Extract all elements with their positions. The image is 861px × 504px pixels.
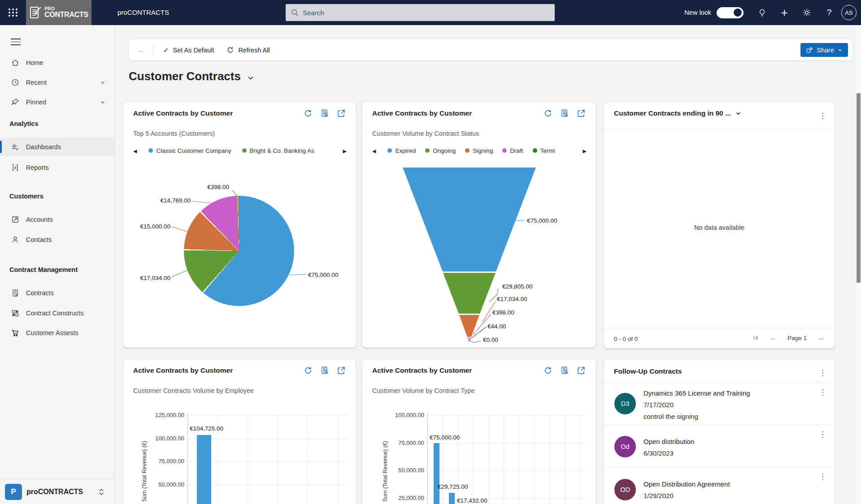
- expand-popout-icon[interactable]: [577, 366, 586, 375]
- sidebar-item-label: Reports: [26, 164, 49, 171]
- dashboard-selector-chevron[interactable]: [247, 72, 254, 82]
- global-search[interactable]: [286, 4, 555, 21]
- funnel-chart[interactable]: [362, 102, 596, 348]
- refresh-icon[interactable]: [304, 109, 313, 118]
- sidebar-item-contracts[interactable]: Contracts: [0, 284, 114, 302]
- sidebar-item-dashboards[interactable]: Dashboards: [0, 138, 114, 156]
- sidebar-item-recent[interactable]: Recent: [0, 73, 114, 91]
- app-logo[interactable]: PRO CONTRACTS: [26, 0, 91, 25]
- logo-text-bottom: CONTRACTS: [44, 11, 88, 18]
- pie-label: €398.00: [207, 184, 229, 190]
- chart-legend: Classic Customer Company Bright & Co. Ba…: [133, 146, 347, 155]
- pie-chart[interactable]: [184, 196, 294, 306]
- scrollbar-thumb[interactable]: [857, 93, 861, 283]
- logo-text: PRO CONTRACTS: [44, 7, 88, 18]
- new-look-toggle[interactable]: [717, 7, 744, 18]
- record-note: control the signing: [644, 413, 698, 420]
- expand-popout-icon[interactable]: [337, 366, 346, 375]
- expand-popout-icon[interactable]: [337, 109, 346, 118]
- sidebar-item-label: Contract Constructs: [26, 310, 83, 317]
- sidebar-item-customer-assests[interactable]: Customer Assests: [0, 324, 114, 342]
- legend-next-icon[interactable]: [343, 147, 347, 154]
- set-as-default-button[interactable]: Set As Default: [157, 42, 220, 58]
- help-icon[interactable]: [818, 0, 840, 25]
- home-icon: [11, 58, 20, 67]
- reports-icon: [11, 163, 20, 172]
- y-tick: 25,000.00: [377, 495, 424, 501]
- more-options-kebab-icon[interactable]: [819, 368, 826, 378]
- org-badge: P: [5, 484, 22, 500]
- contract-pencil-logo-icon: [29, 5, 42, 20]
- sidebar-item-accounts[interactable]: Accounts: [0, 211, 114, 228]
- refresh-icon[interactable]: [544, 366, 552, 375]
- sidebar-item-label: Recent: [26, 79, 47, 86]
- legend-prev-icon[interactable]: [133, 147, 137, 154]
- sidebar-item-label: Contracts: [26, 289, 54, 297]
- chevron-down-icon[interactable]: [100, 99, 105, 105]
- share-button[interactable]: Share: [800, 43, 848, 57]
- new-record-plus-icon[interactable]: [773, 0, 796, 25]
- followup-item[interactable]: D3 Dynamics 365 License and Training 7/1…: [604, 383, 835, 425]
- more-options-kebab-icon[interactable]: [819, 111, 826, 121]
- back-button[interactable]: [133, 45, 149, 55]
- funnel-label: €398.00: [492, 309, 514, 316]
- previous-page-icon[interactable]: [770, 334, 777, 342]
- chart-subtitle: Customer Contracts Volume by Employee: [133, 387, 254, 394]
- chevron-down-icon[interactable]: [100, 80, 105, 85]
- environment-switcher[interactable]: P proCONTRACTS: [0, 479, 114, 504]
- followup-item[interactable]: OD Open Distribution Agreement 1/29/2020: [604, 466, 835, 504]
- bar-value-label: €17,432.00: [457, 497, 487, 504]
- refresh-all-button[interactable]: Refresh All: [220, 42, 276, 58]
- waffle-icon: [8, 7, 18, 18]
- first-page-icon[interactable]: [752, 335, 759, 341]
- bar-type-1[interactable]: [434, 443, 439, 504]
- item-kebab-icon[interactable]: [819, 388, 826, 397]
- lightbulb-icon[interactable]: [751, 0, 773, 25]
- record-date: 6/30/2023: [644, 449, 674, 457]
- user-avatar[interactable]: AS: [841, 5, 857, 20]
- search-input[interactable]: [303, 9, 549, 17]
- app-launcher-icon[interactable]: [5, 5, 21, 20]
- grid-blocks-icon: [11, 309, 20, 318]
- legend-item[interactable]: Bright & Co. Banking As: [242, 147, 314, 154]
- bar-employee-1[interactable]: [197, 435, 211, 504]
- hamburger-menu-icon[interactable]: [11, 37, 21, 44]
- sidebar-section-analytics: Analytics: [9, 120, 38, 127]
- card-title: Customer Contracts ending in 90 ...: [614, 109, 731, 117]
- pie-chart-card: Active Contracts by Customer Top 5 Accou…: [123, 102, 356, 348]
- pie-label: €15,000.00: [140, 223, 170, 230]
- app-window: PRO CONTRACTS proCONTRACTS New look: [0, 0, 861, 504]
- item-kebab-icon[interactable]: [819, 430, 826, 439]
- view-records-icon[interactable]: [560, 366, 569, 375]
- sidebar-item-pinned[interactable]: Pinned: [0, 93, 114, 111]
- record-date: 1/29/2020: [644, 492, 674, 500]
- next-page-icon[interactable]: [818, 334, 825, 342]
- bar-type-2[interactable]: [449, 493, 455, 504]
- vertical-scrollbar[interactable]: [855, 25, 861, 504]
- view-records-icon[interactable]: [320, 109, 329, 118]
- sidebar-item-contacts[interactable]: Contacts: [0, 231, 114, 249]
- pie-label: €75,000.00: [308, 271, 339, 278]
- y-tick: 75,000.00: [377, 439, 424, 446]
- view-records-icon[interactable]: [320, 366, 329, 375]
- record-date: 7/17/2020: [644, 401, 674, 409]
- sidebar-item-reports[interactable]: Reports: [0, 159, 114, 177]
- divider: [153, 45, 153, 56]
- settings-gear-icon[interactable]: [796, 0, 818, 25]
- item-kebab-icon[interactable]: [819, 472, 826, 482]
- y-axis-line: [187, 413, 188, 504]
- sidebar-item-contract-constructs[interactable]: Contract Constructs: [0, 304, 114, 322]
- record-title: Open distribution: [644, 438, 694, 445]
- sidebar-item-home[interactable]: Home: [0, 54, 114, 72]
- contract-document-icon: [11, 289, 20, 297]
- bar-value-label: €75,000.00: [430, 434, 460, 441]
- chevron-down-icon[interactable]: [735, 111, 741, 116]
- card-actions: [304, 109, 346, 118]
- legend-item[interactable]: Classic Customer Company: [148, 147, 231, 154]
- followup-contracts-card: Follow-Up Contracts D3 Dynamics 365 Lice…: [604, 359, 835, 504]
- pin-icon: [11, 98, 20, 107]
- funnel-label: €44.00: [487, 323, 506, 330]
- followup-item[interactable]: Od Open distribution 6/30/2023: [604, 425, 835, 466]
- bar-chart-plot: [427, 415, 586, 504]
- refresh-icon[interactable]: [304, 366, 313, 375]
